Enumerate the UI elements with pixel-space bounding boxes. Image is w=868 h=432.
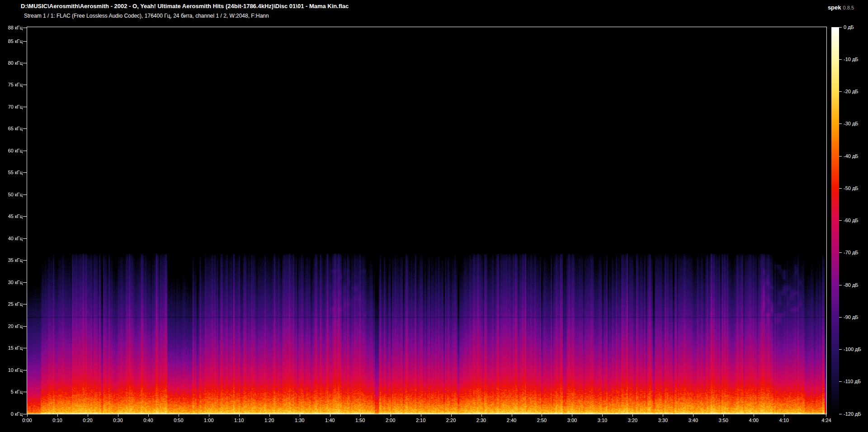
app-brand: spek0.8.5	[828, 3, 854, 11]
db-tick-label: -60 дБ	[844, 218, 859, 223]
time-tick-label: 2:00	[381, 418, 401, 423]
legend-gradient-bar	[831, 27, 839, 414]
freq-tick-label: 10 кГц	[1, 367, 23, 373]
time-tick	[693, 414, 693, 417]
spek-window: D:\MUSIC\Aerosmith\Aerosmith - 2002 - O,…	[0, 0, 868, 432]
freq-tick-label: 5 кГц	[1, 389, 23, 395]
db-tick-label: -40 дБ	[844, 153, 859, 159]
time-tick-label: 3:10	[592, 418, 612, 423]
time-tick-label: 1:00	[199, 418, 219, 423]
time-tick	[179, 414, 179, 417]
freq-tick-label: 0 кГц	[1, 411, 23, 417]
time-tick	[632, 414, 633, 417]
db-tick-label: -100 дБ	[844, 347, 861, 352]
time-tick	[27, 414, 28, 417]
freq-tick-label: 85 кГц	[1, 38, 23, 44]
freq-tick	[23, 172, 27, 173]
freq-tick-label: 20 кГц	[1, 323, 23, 329]
db-tick-label: -110 дБ	[844, 379, 861, 385]
time-tick	[88, 414, 88, 417]
freq-tick	[23, 326, 27, 327]
freq-tick	[23, 260, 27, 261]
freq-tick	[23, 85, 27, 85]
freq-tick-label: 25 кГц	[1, 301, 23, 307]
db-tick	[839, 156, 842, 157]
freq-tick-label: 45 кГц	[1, 214, 23, 219]
time-tick	[300, 414, 300, 417]
db-tick	[839, 27, 842, 28]
db-tick	[839, 285, 842, 285]
time-tick	[330, 414, 330, 417]
freq-tick-label: 80 кГц	[1, 60, 23, 66]
db-tick-label: -20 дБ	[844, 89, 859, 95]
db-tick-label: -80 дБ	[844, 282, 859, 288]
time-tick-label: 2:30	[472, 418, 491, 423]
time-tick	[148, 414, 149, 417]
app-name: spek	[828, 4, 841, 11]
time-tick-label: 3:20	[623, 418, 642, 423]
db-tick-label: -30 дБ	[844, 121, 859, 127]
db-tick	[839, 59, 842, 60]
db-tick	[839, 252, 842, 253]
freq-tick	[23, 41, 27, 42]
time-tick	[542, 414, 542, 417]
time-tick-label: 4:00	[744, 418, 764, 423]
db-tick-label: -50 дБ	[844, 185, 859, 191]
time-tick	[451, 414, 452, 417]
time-tick-label: 1:20	[259, 418, 279, 423]
freq-tick	[23, 63, 27, 63]
db-tick	[839, 414, 842, 414]
freq-tick-label: 30 кГц	[1, 280, 23, 285]
db-tick	[839, 188, 842, 189]
time-tick	[269, 414, 270, 417]
time-tick	[481, 414, 482, 417]
time-tick-label: 0:20	[78, 418, 98, 423]
db-tick-label: -90 дБ	[844, 314, 859, 320]
time-tick-label: 0:50	[169, 418, 189, 423]
time-tick-label: 2:10	[411, 418, 431, 423]
freq-tick	[23, 304, 27, 304]
time-tick-label: 3:00	[562, 418, 582, 423]
db-tick	[839, 381, 842, 382]
time-tick-label: 2:50	[532, 418, 552, 423]
time-tick	[512, 414, 512, 417]
time-tick	[826, 414, 826, 417]
freq-tick-label: 15 кГц	[1, 345, 23, 351]
db-tick	[839, 349, 842, 350]
time-tick	[602, 414, 603, 417]
freq-tick-label: 60 кГц	[1, 148, 23, 154]
freq-tick	[23, 128, 27, 129]
freq-tick	[23, 238, 27, 239]
freq-tick	[23, 370, 27, 370]
time-tick-label: 1:50	[350, 418, 370, 423]
freq-tick	[23, 195, 27, 195]
freq-tick	[23, 151, 27, 151]
time-tick-label: 3:40	[683, 418, 703, 423]
time-tick	[391, 414, 391, 417]
time-tick	[239, 414, 240, 417]
time-tick-label: 0:00	[17, 418, 37, 423]
freq-tick-label: 55 кГц	[1, 170, 23, 176]
db-tick-label: -70 дБ	[844, 250, 859, 256]
freq-tick-label: 50 кГц	[1, 192, 23, 198]
time-tick-label: 1:30	[290, 418, 310, 423]
time-tick-label: 0:40	[138, 418, 158, 423]
time-tick-label: 2:40	[502, 418, 522, 423]
time-tick	[421, 414, 421, 417]
time-tick-label: 0:10	[47, 418, 67, 423]
time-tick-label: 2:20	[441, 418, 461, 423]
freq-tick	[23, 28, 27, 28]
time-tick-label: 1:10	[229, 418, 249, 423]
freq-tick	[23, 414, 27, 414]
app-version: 0.8.5	[843, 5, 854, 10]
freq-tick	[23, 216, 27, 217]
time-tick	[57, 414, 58, 417]
freq-tick	[23, 107, 27, 107]
freq-tick-label: 40 кГц	[1, 236, 23, 242]
stream-info: Stream 1 / 1: FLAC (Free Lossless Audio …	[24, 13, 269, 19]
freq-tick	[23, 348, 27, 348]
time-tick-label: 1:40	[320, 418, 340, 423]
time-tick	[723, 414, 724, 417]
time-tick	[663, 414, 663, 417]
time-tick-label: 4:10	[774, 418, 794, 423]
